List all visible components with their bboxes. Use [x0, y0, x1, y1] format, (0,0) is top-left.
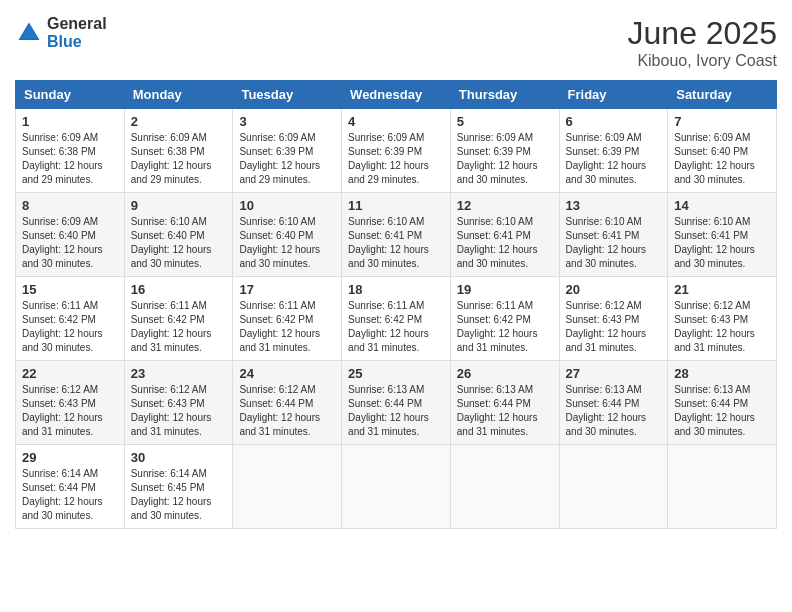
cell-info: Sunrise: 6:09 AMSunset: 6:40 PMDaylight:… [22, 216, 103, 269]
calendar-cell: 26Sunrise: 6:13 AMSunset: 6:44 PMDayligh… [450, 361, 559, 445]
calendar-cell: 19Sunrise: 6:11 AMSunset: 6:42 PMDayligh… [450, 277, 559, 361]
calendar-cell: 11Sunrise: 6:10 AMSunset: 6:41 PMDayligh… [342, 193, 451, 277]
calendar-cell: 16Sunrise: 6:11 AMSunset: 6:42 PMDayligh… [124, 277, 233, 361]
cell-info: Sunrise: 6:09 AMSunset: 6:39 PMDaylight:… [348, 132, 429, 185]
header: General Blue June 2025 Kibouo, Ivory Coa… [15, 15, 777, 70]
cell-info: Sunrise: 6:09 AMSunset: 6:38 PMDaylight:… [131, 132, 212, 185]
calendar-cell: 4Sunrise: 6:09 AMSunset: 6:39 PMDaylight… [342, 109, 451, 193]
day-number: 11 [348, 198, 444, 213]
calendar-cell: 14Sunrise: 6:10 AMSunset: 6:41 PMDayligh… [668, 193, 777, 277]
day-number: 29 [22, 450, 118, 465]
cell-info: Sunrise: 6:12 AMSunset: 6:43 PMDaylight:… [131, 384, 212, 437]
cell-info: Sunrise: 6:13 AMSunset: 6:44 PMDaylight:… [674, 384, 755, 437]
weekday-header: Saturday [668, 81, 777, 109]
day-number: 12 [457, 198, 553, 213]
logo-blue-text: Blue [47, 33, 107, 51]
day-number: 3 [239, 114, 335, 129]
day-number: 27 [566, 366, 662, 381]
day-number: 20 [566, 282, 662, 297]
weekday-header: Monday [124, 81, 233, 109]
cell-info: Sunrise: 6:10 AMSunset: 6:41 PMDaylight:… [457, 216, 538, 269]
calendar-cell: 23Sunrise: 6:12 AMSunset: 6:43 PMDayligh… [124, 361, 233, 445]
calendar-cell: 3Sunrise: 6:09 AMSunset: 6:39 PMDaylight… [233, 109, 342, 193]
cell-info: Sunrise: 6:14 AMSunset: 6:45 PMDaylight:… [131, 468, 212, 521]
calendar-cell: 30Sunrise: 6:14 AMSunset: 6:45 PMDayligh… [124, 445, 233, 529]
calendar-week-row: 15Sunrise: 6:11 AMSunset: 6:42 PMDayligh… [16, 277, 777, 361]
calendar-cell: 1Sunrise: 6:09 AMSunset: 6:38 PMDaylight… [16, 109, 125, 193]
cell-info: Sunrise: 6:13 AMSunset: 6:44 PMDaylight:… [457, 384, 538, 437]
calendar-cell: 13Sunrise: 6:10 AMSunset: 6:41 PMDayligh… [559, 193, 668, 277]
calendar-cell [668, 445, 777, 529]
day-number: 15 [22, 282, 118, 297]
cell-info: Sunrise: 6:11 AMSunset: 6:42 PMDaylight:… [131, 300, 212, 353]
cell-info: Sunrise: 6:10 AMSunset: 6:40 PMDaylight:… [239, 216, 320, 269]
day-number: 22 [22, 366, 118, 381]
day-number: 30 [131, 450, 227, 465]
day-number: 26 [457, 366, 553, 381]
calendar-header-row: SundayMondayTuesdayWednesdayThursdayFrid… [16, 81, 777, 109]
day-number: 23 [131, 366, 227, 381]
cell-info: Sunrise: 6:12 AMSunset: 6:44 PMDaylight:… [239, 384, 320, 437]
calendar-week-row: 8Sunrise: 6:09 AMSunset: 6:40 PMDaylight… [16, 193, 777, 277]
calendar-cell: 20Sunrise: 6:12 AMSunset: 6:43 PMDayligh… [559, 277, 668, 361]
calendar-week-row: 29Sunrise: 6:14 AMSunset: 6:44 PMDayligh… [16, 445, 777, 529]
day-number: 13 [566, 198, 662, 213]
calendar-cell: 25Sunrise: 6:13 AMSunset: 6:44 PMDayligh… [342, 361, 451, 445]
day-number: 9 [131, 198, 227, 213]
day-number: 8 [22, 198, 118, 213]
cell-info: Sunrise: 6:14 AMSunset: 6:44 PMDaylight:… [22, 468, 103, 521]
calendar-week-row: 1Sunrise: 6:09 AMSunset: 6:38 PMDaylight… [16, 109, 777, 193]
calendar-cell: 22Sunrise: 6:12 AMSunset: 6:43 PMDayligh… [16, 361, 125, 445]
calendar-cell [233, 445, 342, 529]
day-number: 16 [131, 282, 227, 297]
cell-info: Sunrise: 6:13 AMSunset: 6:44 PMDaylight:… [348, 384, 429, 437]
weekday-header: Tuesday [233, 81, 342, 109]
day-number: 17 [239, 282, 335, 297]
calendar-cell: 8Sunrise: 6:09 AMSunset: 6:40 PMDaylight… [16, 193, 125, 277]
cell-info: Sunrise: 6:09 AMSunset: 6:39 PMDaylight:… [566, 132, 647, 185]
cell-info: Sunrise: 6:12 AMSunset: 6:43 PMDaylight:… [674, 300, 755, 353]
calendar-cell [342, 445, 451, 529]
title-area: June 2025 Kibouo, Ivory Coast [628, 15, 777, 70]
cell-info: Sunrise: 6:12 AMSunset: 6:43 PMDaylight:… [22, 384, 103, 437]
location-title: Kibouo, Ivory Coast [628, 52, 777, 70]
calendar-cell: 21Sunrise: 6:12 AMSunset: 6:43 PMDayligh… [668, 277, 777, 361]
calendar-cell: 17Sunrise: 6:11 AMSunset: 6:42 PMDayligh… [233, 277, 342, 361]
day-number: 25 [348, 366, 444, 381]
day-number: 19 [457, 282, 553, 297]
cell-info: Sunrise: 6:13 AMSunset: 6:44 PMDaylight:… [566, 384, 647, 437]
logo-general-text: General [47, 15, 107, 33]
cell-info: Sunrise: 6:09 AMSunset: 6:40 PMDaylight:… [674, 132, 755, 185]
day-number: 2 [131, 114, 227, 129]
logo: General Blue [15, 15, 107, 50]
weekday-header: Sunday [16, 81, 125, 109]
day-number: 10 [239, 198, 335, 213]
cell-info: Sunrise: 6:10 AMSunset: 6:40 PMDaylight:… [131, 216, 212, 269]
calendar-cell: 6Sunrise: 6:09 AMSunset: 6:39 PMDaylight… [559, 109, 668, 193]
cell-info: Sunrise: 6:11 AMSunset: 6:42 PMDaylight:… [239, 300, 320, 353]
cell-info: Sunrise: 6:11 AMSunset: 6:42 PMDaylight:… [22, 300, 103, 353]
cell-info: Sunrise: 6:10 AMSunset: 6:41 PMDaylight:… [348, 216, 429, 269]
day-number: 6 [566, 114, 662, 129]
cell-info: Sunrise: 6:09 AMSunset: 6:39 PMDaylight:… [457, 132, 538, 185]
month-title: June 2025 [628, 15, 777, 52]
cell-info: Sunrise: 6:09 AMSunset: 6:38 PMDaylight:… [22, 132, 103, 185]
weekday-header: Thursday [450, 81, 559, 109]
weekday-header: Wednesday [342, 81, 451, 109]
cell-info: Sunrise: 6:09 AMSunset: 6:39 PMDaylight:… [239, 132, 320, 185]
day-number: 24 [239, 366, 335, 381]
day-number: 18 [348, 282, 444, 297]
calendar-cell: 2Sunrise: 6:09 AMSunset: 6:38 PMDaylight… [124, 109, 233, 193]
day-number: 1 [22, 114, 118, 129]
calendar-week-row: 22Sunrise: 6:12 AMSunset: 6:43 PMDayligh… [16, 361, 777, 445]
calendar-cell: 10Sunrise: 6:10 AMSunset: 6:40 PMDayligh… [233, 193, 342, 277]
weekday-header: Friday [559, 81, 668, 109]
calendar-table: SundayMondayTuesdayWednesdayThursdayFrid… [15, 80, 777, 529]
calendar-cell [450, 445, 559, 529]
calendar-cell: 27Sunrise: 6:13 AMSunset: 6:44 PMDayligh… [559, 361, 668, 445]
day-number: 7 [674, 114, 770, 129]
cell-info: Sunrise: 6:11 AMSunset: 6:42 PMDaylight:… [348, 300, 429, 353]
cell-info: Sunrise: 6:12 AMSunset: 6:43 PMDaylight:… [566, 300, 647, 353]
cell-info: Sunrise: 6:11 AMSunset: 6:42 PMDaylight:… [457, 300, 538, 353]
day-number: 14 [674, 198, 770, 213]
